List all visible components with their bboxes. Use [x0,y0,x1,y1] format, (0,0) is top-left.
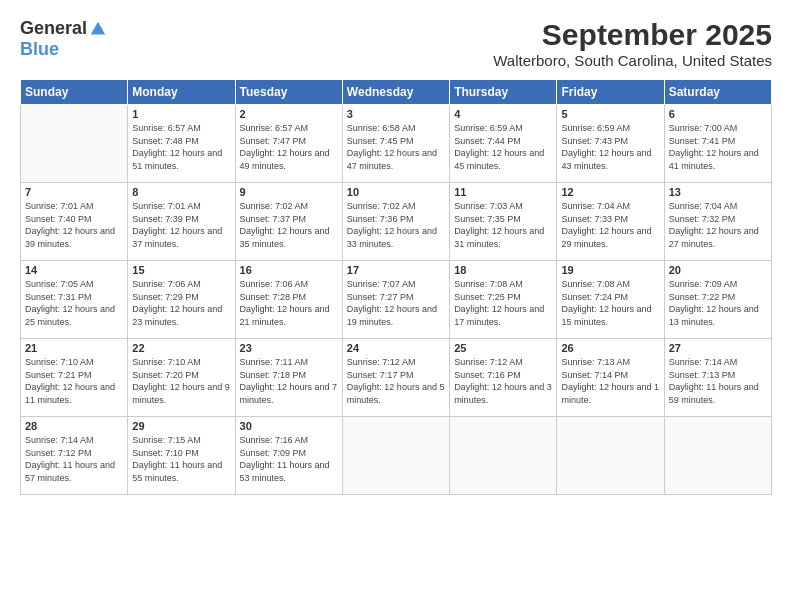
day-info: Sunrise: 6:57 AM Sunset: 7:48 PM Dayligh… [132,122,230,172]
title-block: September 2025 Walterboro, South Carolin… [493,18,772,69]
month-title: September 2025 [493,18,772,52]
header-row: Sunday Monday Tuesday Wednesday Thursday… [21,80,772,105]
calendar-cell: 8Sunrise: 7:01 AM Sunset: 7:39 PM Daylig… [128,183,235,261]
calendar-cell: 21Sunrise: 7:10 AM Sunset: 7:21 PM Dayli… [21,339,128,417]
svg-marker-0 [91,21,105,34]
day-number: 25 [454,342,552,354]
day-number: 12 [561,186,659,198]
calendar-cell: 28Sunrise: 7:14 AM Sunset: 7:12 PM Dayli… [21,417,128,495]
calendar-cell: 17Sunrise: 7:07 AM Sunset: 7:27 PM Dayli… [342,261,449,339]
calendar-cell [557,417,664,495]
day-info: Sunrise: 6:59 AM Sunset: 7:44 PM Dayligh… [454,122,552,172]
day-number: 5 [561,108,659,120]
logo-icon [89,20,107,38]
day-info: Sunrise: 6:58 AM Sunset: 7:45 PM Dayligh… [347,122,445,172]
day-info: Sunrise: 7:09 AM Sunset: 7:22 PM Dayligh… [669,278,767,328]
calendar-cell: 1Sunrise: 6:57 AM Sunset: 7:48 PM Daylig… [128,105,235,183]
day-number: 29 [132,420,230,432]
calendar-cell: 9Sunrise: 7:02 AM Sunset: 7:37 PM Daylig… [235,183,342,261]
day-number: 17 [347,264,445,276]
day-info: Sunrise: 7:14 AM Sunset: 7:12 PM Dayligh… [25,434,123,484]
calendar-week-0: 1Sunrise: 6:57 AM Sunset: 7:48 PM Daylig… [21,105,772,183]
day-number: 2 [240,108,338,120]
day-info: Sunrise: 7:04 AM Sunset: 7:32 PM Dayligh… [669,200,767,250]
day-number: 15 [132,264,230,276]
day-number: 23 [240,342,338,354]
col-thursday: Thursday [450,80,557,105]
day-number: 26 [561,342,659,354]
col-sunday: Sunday [21,80,128,105]
calendar-cell: 5Sunrise: 6:59 AM Sunset: 7:43 PM Daylig… [557,105,664,183]
header: General Blue September 2025 Walterboro, … [20,18,772,69]
day-info: Sunrise: 6:59 AM Sunset: 7:43 PM Dayligh… [561,122,659,172]
page: General Blue September 2025 Walterboro, … [0,0,792,612]
calendar-week-4: 28Sunrise: 7:14 AM Sunset: 7:12 PM Dayli… [21,417,772,495]
day-number: 18 [454,264,552,276]
calendar-cell: 12Sunrise: 7:04 AM Sunset: 7:33 PM Dayli… [557,183,664,261]
day-number: 20 [669,264,767,276]
logo: General Blue [20,18,107,60]
day-info: Sunrise: 7:12 AM Sunset: 7:16 PM Dayligh… [454,356,552,406]
calendar-cell: 11Sunrise: 7:03 AM Sunset: 7:35 PM Dayli… [450,183,557,261]
day-number: 21 [25,342,123,354]
day-info: Sunrise: 7:06 AM Sunset: 7:28 PM Dayligh… [240,278,338,328]
col-wednesday: Wednesday [342,80,449,105]
day-number: 27 [669,342,767,354]
calendar-cell: 23Sunrise: 7:11 AM Sunset: 7:18 PM Dayli… [235,339,342,417]
col-friday: Friday [557,80,664,105]
calendar-cell: 24Sunrise: 7:12 AM Sunset: 7:17 PM Dayli… [342,339,449,417]
calendar-cell: 29Sunrise: 7:15 AM Sunset: 7:10 PM Dayli… [128,417,235,495]
day-info: Sunrise: 7:02 AM Sunset: 7:36 PM Dayligh… [347,200,445,250]
day-number: 8 [132,186,230,198]
calendar-cell: 19Sunrise: 7:08 AM Sunset: 7:24 PM Dayli… [557,261,664,339]
day-number: 6 [669,108,767,120]
day-info: Sunrise: 7:08 AM Sunset: 7:24 PM Dayligh… [561,278,659,328]
day-info: Sunrise: 7:01 AM Sunset: 7:39 PM Dayligh… [132,200,230,250]
calendar-cell: 7Sunrise: 7:01 AM Sunset: 7:40 PM Daylig… [21,183,128,261]
day-number: 10 [347,186,445,198]
day-info: Sunrise: 7:12 AM Sunset: 7:17 PM Dayligh… [347,356,445,406]
day-info: Sunrise: 6:57 AM Sunset: 7:47 PM Dayligh… [240,122,338,172]
day-info: Sunrise: 7:05 AM Sunset: 7:31 PM Dayligh… [25,278,123,328]
day-number: 13 [669,186,767,198]
calendar-cell: 13Sunrise: 7:04 AM Sunset: 7:32 PM Dayli… [664,183,771,261]
day-number: 1 [132,108,230,120]
day-number: 14 [25,264,123,276]
calendar-cell: 10Sunrise: 7:02 AM Sunset: 7:36 PM Dayli… [342,183,449,261]
calendar-cell: 25Sunrise: 7:12 AM Sunset: 7:16 PM Dayli… [450,339,557,417]
day-info: Sunrise: 7:14 AM Sunset: 7:13 PM Dayligh… [669,356,767,406]
day-number: 9 [240,186,338,198]
calendar-cell: 26Sunrise: 7:13 AM Sunset: 7:14 PM Dayli… [557,339,664,417]
col-monday: Monday [128,80,235,105]
location-title: Walterboro, South Carolina, United State… [493,52,772,69]
calendar-cell: 22Sunrise: 7:10 AM Sunset: 7:20 PM Dayli… [128,339,235,417]
calendar-cell [342,417,449,495]
calendar-cell: 16Sunrise: 7:06 AM Sunset: 7:28 PM Dayli… [235,261,342,339]
day-number: 7 [25,186,123,198]
day-number: 11 [454,186,552,198]
calendar-table: Sunday Monday Tuesday Wednesday Thursday… [20,79,772,495]
col-saturday: Saturday [664,80,771,105]
calendar-cell: 15Sunrise: 7:06 AM Sunset: 7:29 PM Dayli… [128,261,235,339]
logo-general-text: General [20,18,87,39]
day-number: 16 [240,264,338,276]
day-info: Sunrise: 7:04 AM Sunset: 7:33 PM Dayligh… [561,200,659,250]
day-info: Sunrise: 7:01 AM Sunset: 7:40 PM Dayligh… [25,200,123,250]
col-tuesday: Tuesday [235,80,342,105]
calendar-week-2: 14Sunrise: 7:05 AM Sunset: 7:31 PM Dayli… [21,261,772,339]
day-number: 3 [347,108,445,120]
calendar-cell: 6Sunrise: 7:00 AM Sunset: 7:41 PM Daylig… [664,105,771,183]
day-info: Sunrise: 7:07 AM Sunset: 7:27 PM Dayligh… [347,278,445,328]
calendar-week-1: 7Sunrise: 7:01 AM Sunset: 7:40 PM Daylig… [21,183,772,261]
calendar-cell: 27Sunrise: 7:14 AM Sunset: 7:13 PM Dayli… [664,339,771,417]
day-info: Sunrise: 7:13 AM Sunset: 7:14 PM Dayligh… [561,356,659,406]
day-info: Sunrise: 7:11 AM Sunset: 7:18 PM Dayligh… [240,356,338,406]
day-number: 4 [454,108,552,120]
calendar-cell: 4Sunrise: 6:59 AM Sunset: 7:44 PM Daylig… [450,105,557,183]
day-info: Sunrise: 7:06 AM Sunset: 7:29 PM Dayligh… [132,278,230,328]
calendar-week-3: 21Sunrise: 7:10 AM Sunset: 7:21 PM Dayli… [21,339,772,417]
day-info: Sunrise: 7:10 AM Sunset: 7:21 PM Dayligh… [25,356,123,406]
calendar-cell: 18Sunrise: 7:08 AM Sunset: 7:25 PM Dayli… [450,261,557,339]
day-number: 28 [25,420,123,432]
calendar-cell: 20Sunrise: 7:09 AM Sunset: 7:22 PM Dayli… [664,261,771,339]
